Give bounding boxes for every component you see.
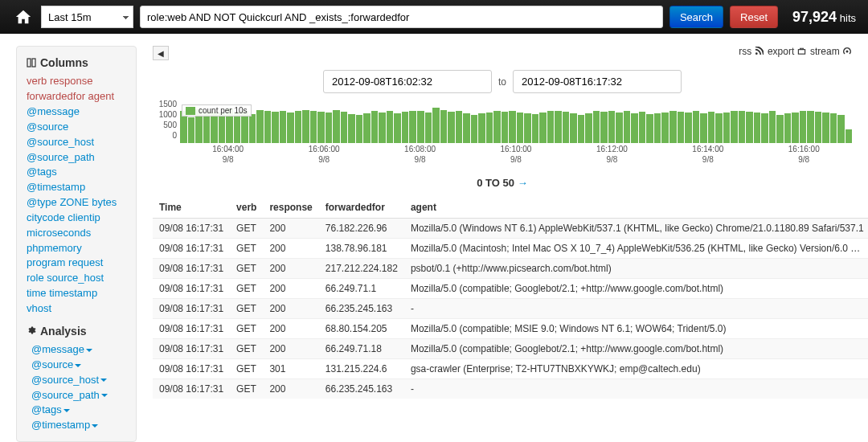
chart-bar[interactable]	[524, 113, 531, 143]
chart-bar[interactable]	[563, 112, 570, 143]
chart-bar[interactable]	[509, 111, 516, 143]
column-item[interactable]: request	[68, 256, 103, 268]
table-row[interactable]: 09/08 16:17:31GET20066.235.245.163-	[153, 299, 868, 319]
chart-bar[interactable]	[295, 111, 302, 143]
chart-bar[interactable]	[570, 113, 577, 143]
column-item[interactable]: citycode	[27, 211, 65, 223]
column-item[interactable]: @type	[27, 196, 57, 208]
column-item[interactable]: bytes	[92, 196, 117, 208]
chart-bar[interactable]	[409, 111, 416, 143]
column-item[interactable]: @source_host	[27, 136, 94, 148]
chart-bar[interactable]	[493, 111, 501, 143]
table-row[interactable]: 09/08 16:17:31GET20066.235.245.163-	[153, 379, 868, 399]
chart-bar[interactable]	[471, 115, 478, 143]
chart-bar[interactable]	[646, 114, 653, 143]
column-item[interactable]: microseconds	[27, 227, 91, 239]
column-item[interactable]: timestamp	[49, 287, 97, 299]
chart-bar[interactable]	[761, 113, 768, 143]
chart-bar[interactable]	[731, 111, 738, 143]
chart-bar[interactable]	[356, 115, 363, 143]
chart-bar[interactable]	[807, 111, 814, 143]
stream-link[interactable]: stream	[810, 46, 852, 57]
chart-bar[interactable]	[800, 111, 807, 143]
column-item[interactable]: @tags	[27, 166, 57, 178]
column-item[interactable]: role	[27, 272, 44, 284]
column-item[interactable]: @source_path	[27, 151, 95, 163]
chart-bar[interactable]	[333, 110, 340, 143]
table-row[interactable]: 09/08 16:17:31GET200217.212.224.182psbot…	[153, 259, 868, 279]
chart-bar[interactable]	[264, 111, 272, 143]
column-item[interactable]: @timestamp	[27, 181, 85, 193]
pager-next[interactable]: →	[518, 177, 528, 189]
chart-bar[interactable]	[792, 113, 799, 143]
chart-bar[interactable]	[287, 113, 294, 143]
column-item[interactable]: phpmemory	[27, 242, 82, 254]
chart-bar[interactable]	[302, 110, 309, 143]
chart-bar[interactable]	[639, 112, 646, 143]
table-row[interactable]: 09/08 16:17:31GET20066.249.71.1Mozilla/5…	[153, 279, 868, 299]
chart-bar[interactable]	[502, 112, 509, 143]
chart-bar[interactable]	[432, 108, 440, 143]
chart-bar[interactable]	[363, 113, 371, 143]
column-header[interactable]: Time	[153, 197, 230, 219]
chart-bar[interactable]	[739, 111, 746, 143]
chart-bar[interactable]	[387, 111, 394, 143]
chart-bar[interactable]	[700, 113, 707, 143]
column-header[interactable]: verb	[230, 197, 263, 219]
column-item[interactable]: @message	[27, 105, 80, 117]
chart-bar[interactable]	[578, 115, 585, 143]
chart-bar[interactable]	[669, 111, 677, 143]
chart-bar[interactable]	[486, 113, 493, 143]
chart-bar[interactable]	[837, 115, 845, 143]
column-item[interactable]: @source	[27, 121, 68, 133]
chart-bar[interactable]	[341, 112, 348, 143]
chart-bar[interactable]	[685, 113, 692, 143]
analysis-item[interactable]: @tags	[31, 403, 62, 415]
chart-bar[interactable]	[539, 113, 547, 143]
chart-bar[interactable]	[769, 111, 776, 143]
chart-bar[interactable]	[478, 113, 485, 143]
column-item[interactable]: source_host	[47, 272, 104, 284]
column-item[interactable]: forwardedfor	[27, 90, 85, 102]
chart-bar[interactable]	[593, 111, 600, 143]
analysis-item[interactable]: @message	[31, 343, 84, 355]
chart-bar[interactable]	[456, 111, 463, 143]
date-from-input[interactable]	[323, 70, 492, 93]
column-item[interactable]: ZONE	[59, 196, 88, 208]
chart-bar[interactable]	[317, 112, 325, 143]
export-link[interactable]: export	[768, 46, 806, 57]
analysis-item[interactable]: @timestamp	[31, 419, 90, 431]
column-header[interactable]: agent	[404, 197, 868, 219]
back-button[interactable]: ◀	[153, 46, 169, 60]
chart-bar[interactable]	[654, 113, 661, 143]
chart-bar[interactable]	[585, 113, 592, 143]
chart-bar[interactable]	[631, 113, 638, 143]
analysis-item[interactable]: @source_path	[31, 389, 100, 401]
chart-bar[interactable]	[616, 113, 623, 143]
table-row[interactable]: 09/08 16:17:31GET20066.249.71.18Mozilla/…	[153, 339, 868, 359]
chart-bar[interactable]	[624, 111, 631, 143]
chart-bar[interactable]	[784, 113, 792, 143]
chart-bar[interactable]	[723, 113, 731, 143]
analysis-item[interactable]: @source_host	[31, 374, 99, 386]
histogram-chart[interactable]: 150010005000 count per 10s 16:04:009/816…	[153, 100, 852, 172]
chart-bar[interactable]	[830, 113, 837, 143]
chart-bar[interactable]	[371, 111, 379, 143]
chart-bar[interactable]	[661, 113, 669, 143]
chart-bar[interactable]	[822, 113, 829, 143]
chart-bar[interactable]	[425, 113, 432, 143]
time-range-select[interactable]: Last 15m	[41, 6, 133, 28]
chart-bar[interactable]	[845, 129, 853, 143]
chart-bar[interactable]	[693, 111, 700, 143]
table-row[interactable]: 09/08 16:17:31GET200138.78.96.181Mozilla…	[153, 239, 868, 259]
home-icon[interactable]	[12, 6, 35, 28]
column-item[interactable]: response	[50, 75, 92, 87]
reset-button[interactable]: Reset	[730, 6, 778, 28]
chart-bar[interactable]	[600, 112, 608, 143]
chart-bar[interactable]	[532, 114, 539, 143]
chart-bar[interactable]	[326, 113, 333, 143]
table-row[interactable]: 09/08 16:17:31GET20076.182.226.96Mozilla…	[153, 219, 868, 239]
chart-bar[interactable]	[547, 111, 555, 143]
column-item[interactable]: agent	[88, 90, 115, 102]
chart-bar[interactable]	[448, 112, 455, 143]
